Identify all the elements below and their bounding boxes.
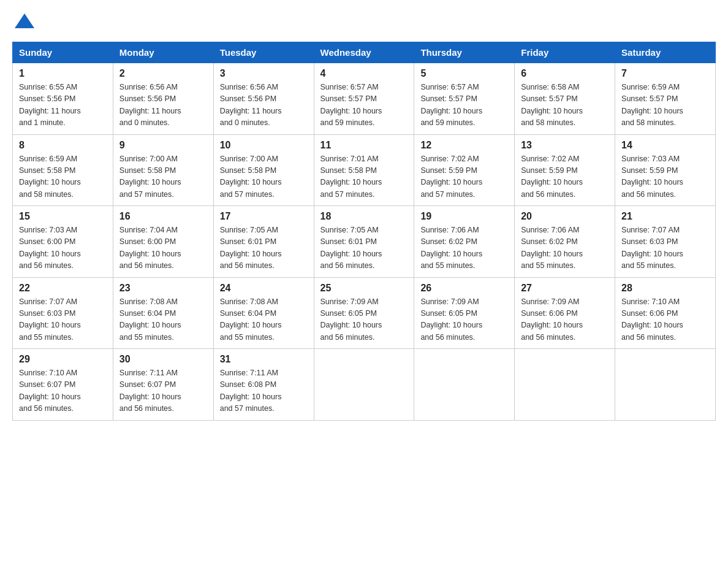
day-number: 31 xyxy=(220,354,308,365)
day-info: Sunrise: 6:59 AMSunset: 5:58 PMDaylight:… xyxy=(19,155,81,199)
day-info: Sunrise: 7:05 AMSunset: 6:01 PMDaylight:… xyxy=(220,226,282,270)
day-header-tuesday: Tuesday xyxy=(213,42,314,63)
day-number: 7 xyxy=(621,68,709,79)
day-info: Sunrise: 7:07 AMSunset: 6:03 PMDaylight:… xyxy=(19,297,81,342)
day-number: 8 xyxy=(19,140,107,151)
day-cell: 23 Sunrise: 7:08 AMSunset: 6:04 PMDaylig… xyxy=(113,277,213,349)
day-number: 21 xyxy=(621,211,709,222)
day-cell: 4 Sunrise: 6:57 AMSunset: 5:57 PMDayligh… xyxy=(314,63,414,135)
day-info: Sunrise: 7:01 AMSunset: 5:58 PMDaylight:… xyxy=(320,155,382,199)
logo-icon xyxy=(13,12,36,29)
day-number: 6 xyxy=(521,68,609,79)
day-cell xyxy=(515,349,615,421)
day-cell: 29 Sunrise: 7:10 AMSunset: 6:07 PMDaylig… xyxy=(13,349,113,421)
day-info: Sunrise: 7:02 AMSunset: 5:59 PMDaylight:… xyxy=(420,155,482,199)
day-number: 19 xyxy=(420,211,508,222)
day-cell: 12 Sunrise: 7:02 AMSunset: 5:59 PMDaylig… xyxy=(414,134,515,206)
day-cell: 1 Sunrise: 6:55 AMSunset: 5:56 PMDayligh… xyxy=(13,63,113,135)
day-cell: 28 Sunrise: 7:10 AMSunset: 6:06 PMDaylig… xyxy=(615,277,716,349)
day-number: 29 xyxy=(19,354,107,365)
day-number: 12 xyxy=(420,140,508,151)
day-info: Sunrise: 6:56 AMSunset: 5:56 PMDaylight:… xyxy=(119,83,181,127)
day-cell: 11 Sunrise: 7:01 AMSunset: 5:58 PMDaylig… xyxy=(314,134,414,206)
day-header-sunday: Sunday xyxy=(13,42,113,63)
day-info: Sunrise: 7:09 AMSunset: 6:06 PMDaylight:… xyxy=(521,297,583,342)
svg-marker-0 xyxy=(15,13,34,28)
day-number: 17 xyxy=(220,211,308,222)
day-number: 3 xyxy=(220,68,308,79)
day-header-saturday: Saturday xyxy=(615,42,716,63)
day-number: 10 xyxy=(220,140,308,151)
day-cell: 25 Sunrise: 7:09 AMSunset: 6:05 PMDaylig… xyxy=(314,277,414,349)
day-number: 11 xyxy=(320,140,408,151)
day-number: 23 xyxy=(119,283,207,294)
day-info: Sunrise: 7:09 AMSunset: 6:05 PMDaylight:… xyxy=(320,297,382,342)
day-number: 5 xyxy=(420,68,508,79)
day-info: Sunrise: 7:06 AMSunset: 6:02 PMDaylight:… xyxy=(420,226,482,270)
day-number: 18 xyxy=(320,211,408,222)
day-cell: 16 Sunrise: 7:04 AMSunset: 6:00 PMDaylig… xyxy=(113,206,213,278)
week-row-2: 8 Sunrise: 6:59 AMSunset: 5:58 PMDayligh… xyxy=(13,134,716,206)
day-info: Sunrise: 7:09 AMSunset: 6:05 PMDaylight:… xyxy=(420,297,482,342)
day-cell: 24 Sunrise: 7:08 AMSunset: 6:04 PMDaylig… xyxy=(213,277,314,349)
day-number: 16 xyxy=(119,211,207,222)
day-number: 13 xyxy=(521,140,609,151)
day-info: Sunrise: 7:10 AMSunset: 6:06 PMDaylight:… xyxy=(621,297,683,342)
day-info: Sunrise: 6:57 AMSunset: 5:57 PMDaylight:… xyxy=(420,83,482,127)
day-info: Sunrise: 6:58 AMSunset: 5:57 PMDaylight:… xyxy=(521,83,583,127)
day-cell: 8 Sunrise: 6:59 AMSunset: 5:58 PMDayligh… xyxy=(13,134,113,206)
day-cell: 10 Sunrise: 7:00 AMSunset: 5:58 PMDaylig… xyxy=(213,134,314,206)
day-info: Sunrise: 7:02 AMSunset: 5:59 PMDaylight:… xyxy=(521,155,583,199)
day-info: Sunrise: 7:04 AMSunset: 6:00 PMDaylight:… xyxy=(119,226,181,270)
week-row-5: 29 Sunrise: 7:10 AMSunset: 6:07 PMDaylig… xyxy=(13,349,716,421)
day-info: Sunrise: 6:57 AMSunset: 5:57 PMDaylight:… xyxy=(320,83,382,127)
day-number: 20 xyxy=(521,211,609,222)
day-cell: 7 Sunrise: 6:59 AMSunset: 5:57 PMDayligh… xyxy=(615,63,716,135)
day-header-wednesday: Wednesday xyxy=(314,42,414,63)
day-cell: 21 Sunrise: 7:07 AMSunset: 6:03 PMDaylig… xyxy=(615,206,716,278)
logo xyxy=(12,12,37,29)
day-info: Sunrise: 7:11 AMSunset: 6:08 PMDaylight:… xyxy=(220,369,282,413)
day-number: 26 xyxy=(420,283,508,294)
day-cell: 3 Sunrise: 6:56 AMSunset: 5:56 PMDayligh… xyxy=(213,63,314,135)
day-header-friday: Friday xyxy=(515,42,615,63)
day-number: 27 xyxy=(521,283,609,294)
day-cell: 18 Sunrise: 7:05 AMSunset: 6:01 PMDaylig… xyxy=(314,206,414,278)
day-info: Sunrise: 7:11 AMSunset: 6:07 PMDaylight:… xyxy=(119,369,181,413)
calendar-table: SundayMondayTuesdayWednesdayThursdayFrid… xyxy=(12,42,716,421)
day-cell: 17 Sunrise: 7:05 AMSunset: 6:01 PMDaylig… xyxy=(213,206,314,278)
day-number: 9 xyxy=(119,140,207,151)
day-number: 1 xyxy=(19,68,107,79)
page-header xyxy=(12,12,716,29)
day-cell xyxy=(615,349,716,421)
day-cell: 9 Sunrise: 7:00 AMSunset: 5:58 PMDayligh… xyxy=(113,134,213,206)
day-cell: 30 Sunrise: 7:11 AMSunset: 6:07 PMDaylig… xyxy=(113,349,213,421)
day-cell: 20 Sunrise: 7:06 AMSunset: 6:02 PMDaylig… xyxy=(515,206,615,278)
day-info: Sunrise: 6:59 AMSunset: 5:57 PMDaylight:… xyxy=(621,83,683,127)
day-number: 25 xyxy=(320,283,408,294)
week-row-4: 22 Sunrise: 7:07 AMSunset: 6:03 PMDaylig… xyxy=(13,277,716,349)
day-number: 24 xyxy=(220,283,308,294)
day-info: Sunrise: 7:08 AMSunset: 6:04 PMDaylight:… xyxy=(220,297,282,342)
day-header-thursday: Thursday xyxy=(414,42,515,63)
day-number: 4 xyxy=(320,68,408,79)
day-number: 28 xyxy=(621,283,709,294)
day-cell: 14 Sunrise: 7:03 AMSunset: 5:59 PMDaylig… xyxy=(615,134,716,206)
day-info: Sunrise: 7:07 AMSunset: 6:03 PMDaylight:… xyxy=(621,226,683,270)
day-cell: 31 Sunrise: 7:11 AMSunset: 6:08 PMDaylig… xyxy=(213,349,314,421)
day-info: Sunrise: 7:05 AMSunset: 6:01 PMDaylight:… xyxy=(320,226,382,270)
day-cell: 5 Sunrise: 6:57 AMSunset: 5:57 PMDayligh… xyxy=(414,63,515,135)
calendar-header-row: SundayMondayTuesdayWednesdayThursdayFrid… xyxy=(13,42,716,63)
day-number: 2 xyxy=(119,68,207,79)
day-info: Sunrise: 7:00 AMSunset: 5:58 PMDaylight:… xyxy=(119,155,181,199)
day-header-monday: Monday xyxy=(113,42,213,63)
day-info: Sunrise: 6:56 AMSunset: 5:56 PMDaylight:… xyxy=(220,83,282,127)
day-cell: 26 Sunrise: 7:09 AMSunset: 6:05 PMDaylig… xyxy=(414,277,515,349)
day-cell xyxy=(314,349,414,421)
day-info: Sunrise: 6:55 AMSunset: 5:56 PMDaylight:… xyxy=(19,83,81,127)
day-number: 14 xyxy=(621,140,709,151)
day-info: Sunrise: 7:06 AMSunset: 6:02 PMDaylight:… xyxy=(521,226,583,270)
day-number: 22 xyxy=(19,283,107,294)
day-cell xyxy=(414,349,515,421)
day-cell: 2 Sunrise: 6:56 AMSunset: 5:56 PMDayligh… xyxy=(113,63,213,135)
